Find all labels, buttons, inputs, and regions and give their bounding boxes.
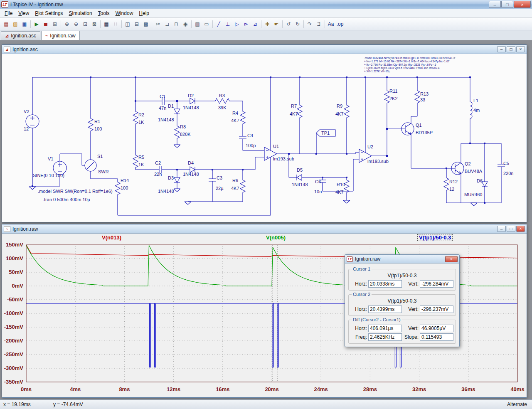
schematic-drawing[interactable]: V212R1100V1SINE(0 10 100)S1SWRR14100R21K… [2,54,527,222]
text-icon[interactable]: Aa [326,20,335,28]
undo-icon[interactable]: ↺ [284,20,293,28]
diff-group: Diff (Cursor2 - Cursor1) Horz: 406.091µs… [348,320,456,344]
component-label: 1N4148 [292,182,308,187]
component-label: D3 [168,175,174,180]
place-ground-icon[interactable]: ⊥ [223,20,232,28]
halt-icon[interactable]: ◼ [41,20,50,28]
control-panel-icon[interactable]: ⊞ [50,20,59,28]
menu-simulation[interactable]: Simulation [66,10,95,17]
copy-icon[interactable]: ⊐ [163,20,172,28]
print-preview-icon[interactable]: ▥ [193,20,202,28]
diff-vert-label: Vert: [403,325,419,331]
zoom-full-extents-icon[interactable]: ⊠ [90,20,99,28]
component-label: L1 [473,98,478,103]
trace-label-3[interactable]: V(tp1)/50-0.3 [418,234,452,241]
close-button[interactable]: × [514,1,531,8]
mirror-icon[interactable]: Ǝ [314,20,323,28]
schematic-canvas[interactable]: V212R1100V1SINE(0 10 100)S1SWRR14100R21K… [2,54,527,222]
new-schematic-icon[interactable]: ▤ [2,20,11,28]
menu-help[interactable]: Help [136,10,152,17]
draw-wire-icon[interactable]: ╱ [214,20,223,28]
cursor1-group: Cursor 1 V(tp1)/50-0.3 Horz: 20.0338ms V… [348,269,456,291]
zoom-in-icon[interactable]: ⊕ [62,20,71,28]
component-label: C1 [160,94,165,99]
redo-icon[interactable]: ↻ [293,20,302,28]
schematic-maximize-button[interactable]: □ [507,46,515,52]
cursor2-horz-value[interactable]: 20.4399ms [368,306,402,313]
cursor-dialog-close-button[interactable]: × [445,256,458,262]
component-label: 100p [246,143,256,148]
print-icon[interactable]: ▭ [202,20,211,28]
spice-directive-icon[interactable]: .op [335,20,345,28]
save-icon[interactable]: ▣ [20,20,29,28]
menu-view[interactable]: View [15,10,32,17]
cascade-windows-icon[interactable]: ▩ [141,20,150,28]
waveform-tab-icon: ~ [45,33,48,38]
mark-data-points-icon[interactable]: ∷ [111,20,120,28]
cursor1-heading: Cursor 1 [352,266,372,271]
ltspice-window: LT LTspice IV - Ignition.raw – □ × FileV… [0,0,532,409]
drag-icon[interactable]: ☛ [272,20,281,28]
waveform-maximize-button[interactable]: □ [507,226,515,232]
title-bar[interactable]: LT LTspice IV - Ignition.raw – □ × [0,0,532,9]
cursor2-trace-name: V(tp1)/50-0.3 [351,298,453,304]
rotate-icon[interactable]: ↷ [305,20,314,28]
menu-window[interactable]: Window [113,10,136,17]
zoom-out-icon[interactable]: ⊖ [71,20,81,28]
run-icon[interactable]: ▶ [32,20,41,28]
minimize-button[interactable]: – [489,1,501,8]
diff-horz-value[interactable]: 406.091µs [368,325,402,332]
cursor2-vert-value[interactable]: -296.237mV [420,306,453,313]
menu-plot-settings[interactable]: Plot Settings [32,10,66,17]
place-component-icon[interactable]: ⊿ [251,20,260,28]
maximize-button[interactable]: □ [501,1,513,8]
trace-label-1[interactable]: V(n013) [102,234,121,241]
place-diode-icon[interactable]: ⊳ [241,20,251,28]
y-tick-label: -300mV [4,365,24,371]
move-icon[interactable]: ✚ [263,20,272,28]
trace-label-2[interactable]: V(n005) [266,234,286,241]
y-tick-label: -100mV [4,310,24,316]
cursor1-vert-value[interactable]: -296.284mV [420,280,453,288]
cursor2-horz-label: Horz: [352,306,367,312]
component-label: 4K7 [290,111,298,116]
cursor-dialog-title-bar[interactable]: LT Ignition.raw × [345,255,459,264]
component-label: R13 [420,91,429,96]
menu-file[interactable]: File [2,10,15,17]
waveform-minimize-button[interactable]: – [497,226,506,232]
paste-icon[interactable]: ⊓ [172,20,181,28]
menu-tools[interactable]: Tools [95,10,113,17]
schematic-title-bar[interactable]: ⊿ Ignition.asc – □ × [2,45,527,54]
waveform-title-bar[interactable]: ~ Ignition.raw – □ × [2,224,527,234]
component-label: 820K [180,132,191,137]
component-label: 4K7 [231,186,239,191]
diff-vert-value[interactable]: 46.9005µV [420,325,453,332]
place-net-label-icon[interactable]: ▷ [232,20,241,28]
tab-ignition-raw[interactable]: ~Ignition.raw [41,31,80,40]
diff-slope-value[interactable]: 0.115493 [420,333,453,341]
component-label: 1N4148 [183,105,199,110]
y-tick-label: 150mV [6,241,23,248]
schematic-close-button[interactable]: × [516,46,525,52]
tile-horizontal-icon[interactable]: ⊟ [132,20,141,28]
model-directive-line: + Cje=1.822n Mje=.3333 Vje=.5 Tr=2.446u … [364,67,440,70]
grid-icon[interactable]: ▦ [102,20,111,28]
tile-vertical-icon[interactable]: ◫ [123,20,132,28]
component-label: D1 [168,103,174,108]
y-tick-label: -150mV [4,324,24,330]
component-label: 47n [159,106,166,111]
open-file-icon[interactable]: ▧ [11,20,20,28]
find-icon[interactable]: ◉ [181,20,190,28]
model-directive-line: .model BUV48A NPN(Is=743.3f Xti=3 Eg=1.1… [364,57,455,60]
cursor2-group: Cursor 2 V(tp1)/50-0.3 Horz: 20.4399ms V… [348,294,456,316]
schematic-minimize-button[interactable]: – [497,46,506,52]
cut-icon[interactable]: ✂ [153,20,163,28]
zoom-area-icon[interactable]: ⊡ [81,20,90,28]
component-label: D6 [477,178,483,183]
waveform-close-button[interactable]: × [516,226,525,232]
x-tick-label: 24ms [314,386,328,392]
cursor1-horz-value[interactable]: 20.0338ms [368,280,402,288]
diff-freq-value[interactable]: 2.4625KHz [368,333,402,341]
component-label: C2 [155,160,161,165]
tab-ignition-asc[interactable]: ⊿Ignition.asc [1,31,40,40]
